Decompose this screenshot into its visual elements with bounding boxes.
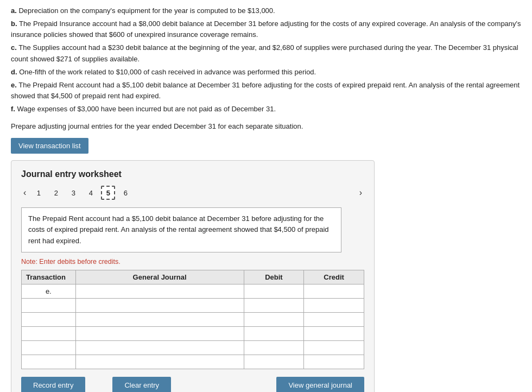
credit-cell-2[interactable] — [304, 312, 364, 326]
tab-1[interactable]: 1 — [31, 186, 46, 200]
table-row — [22, 340, 364, 355]
col-header-transaction: Transaction — [22, 270, 76, 284]
table-row — [22, 355, 364, 369]
general-journal-cell-0[interactable] — [75, 284, 244, 298]
general-journal-cell-3[interactable] — [75, 326, 244, 340]
worksheet-title: Journal entry worksheet — [21, 169, 364, 179]
scenario-description: The Prepaid Rent account had a $5,100 de… — [21, 207, 341, 252]
col-header-credit: Credit — [304, 270, 364, 284]
general-journal-cell-4[interactable] — [75, 340, 244, 355]
credit-input-1[interactable] — [304, 299, 364, 312]
problem-d: One-fifth of the work related to $10,000… — [19, 68, 316, 76]
prepare-text: Prepare adjusting journal entries for th… — [11, 122, 521, 130]
debit-input-3[interactable] — [244, 327, 304, 340]
credit-cell-5[interactable] — [304, 355, 364, 369]
debit-cell-4[interactable] — [244, 340, 304, 355]
credit-cell-4[interactable] — [304, 340, 364, 355]
problem-e: The Prepaid Rent account had a $5,100 de… — [11, 81, 520, 100]
worksheet-container: Journal entry worksheet ‹ 1 2 3 4 5 6 › … — [11, 160, 375, 392]
transaction-cell-3 — [22, 326, 76, 340]
tab-5[interactable]: 5 — [101, 186, 115, 200]
view-general-journal-button[interactable]: View general journal — [276, 377, 364, 392]
credit-input-3[interactable] — [304, 327, 364, 340]
problem-a: Depreciation on the company's equipment … — [18, 7, 275, 15]
credit-input-0[interactable] — [304, 284, 364, 298]
tab-6[interactable]: 6 — [118, 186, 132, 200]
credit-cell-3[interactable] — [304, 326, 364, 340]
general-journal-input-1[interactable] — [76, 299, 244, 312]
debit-input-4[interactable] — [244, 341, 304, 355]
tab-4[interactable]: 4 — [84, 186, 98, 200]
next-tab-arrow[interactable]: › — [357, 187, 364, 199]
table-row — [22, 298, 364, 312]
credit-cell-0[interactable] — [304, 284, 364, 298]
col-header-debit: Debit — [244, 270, 304, 284]
general-journal-cell-1[interactable] — [75, 298, 244, 312]
transaction-cell-5 — [22, 355, 76, 369]
general-journal-cell-2[interactable] — [75, 312, 244, 326]
debit-cell-3[interactable] — [244, 326, 304, 340]
debit-cell-2[interactable] — [244, 312, 304, 326]
general-journal-input-3[interactable] — [76, 327, 244, 340]
transaction-cell-2 — [22, 312, 76, 326]
journal-table: Transaction General Journal Debit Credit… — [21, 270, 364, 369]
table-row — [22, 312, 364, 326]
prev-tab-arrow[interactable]: ‹ — [21, 187, 28, 199]
tab-navigation: ‹ 1 2 3 4 5 6 › — [21, 186, 364, 200]
problem-f: Wage expenses of $3,000 have been incurr… — [17, 105, 276, 113]
table-row: e. — [22, 284, 364, 298]
general-journal-input-5[interactable] — [76, 355, 244, 369]
debit-cell-5[interactable] — [244, 355, 304, 369]
problem-b: The Prepaid Insurance account had a $8,0… — [11, 20, 521, 39]
bottom-buttons: Record entry Clear entry View general jo… — [21, 377, 364, 392]
debit-input-2[interactable] — [244, 313, 304, 326]
credit-cell-1[interactable] — [304, 298, 364, 312]
transaction-cell-1 — [22, 298, 76, 312]
debit-input-0[interactable] — [244, 284, 304, 298]
general-journal-input-0[interactable] — [76, 284, 244, 298]
problem-text: a. Depreciation on the company's equipme… — [11, 5, 521, 115]
table-row — [22, 326, 364, 340]
debit-input-1[interactable] — [244, 299, 304, 312]
general-journal-cell-5[interactable] — [75, 355, 244, 369]
clear-entry-button[interactable]: Clear entry — [112, 377, 171, 392]
general-journal-input-4[interactable] — [76, 341, 244, 355]
tab-3[interactable]: 3 — [66, 186, 80, 200]
credit-input-4[interactable] — [304, 341, 364, 355]
tab-2[interactable]: 2 — [49, 186, 63, 200]
note-text: Note: Enter debits before credits. — [21, 258, 364, 265]
transaction-cell-4 — [22, 340, 76, 355]
general-journal-input-2[interactable] — [76, 313, 244, 326]
transaction-cell-0: e. — [22, 284, 76, 298]
debit-cell-0[interactable] — [244, 284, 304, 298]
credit-input-2[interactable] — [304, 313, 364, 326]
debit-cell-1[interactable] — [244, 298, 304, 312]
debit-input-5[interactable] — [244, 355, 304, 369]
problem-c: The Supplies account had a $230 debit ba… — [11, 43, 518, 62]
credit-input-5[interactable] — [304, 355, 364, 369]
col-header-general-journal: General Journal — [75, 270, 244, 284]
view-transaction-button[interactable]: View transaction list — [11, 138, 88, 154]
record-entry-button[interactable]: Record entry — [21, 377, 85, 392]
